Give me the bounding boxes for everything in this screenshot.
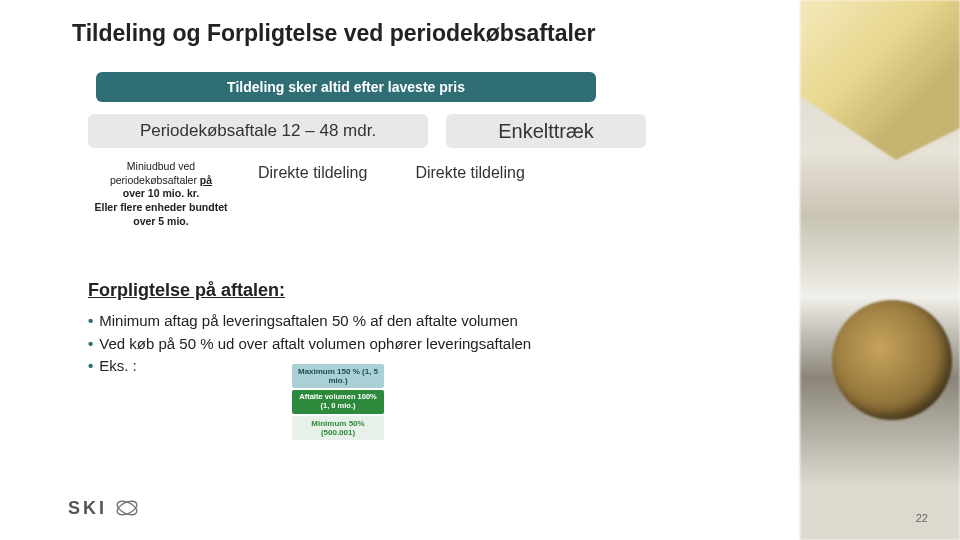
logo-icon [113,494,141,522]
direkte-tildeling-2: Direkte tildeling [415,160,524,182]
logo-text: SKI [68,498,107,519]
section-heading: Forpligtelse på aftalen: [88,280,285,301]
stack-max: Maximum 150 % (1, 5 mio.) [292,364,384,388]
detail-row: Miniudbud ved periodekøbsaftaler på over… [86,160,525,228]
list-item: •Ved køb på 50 % ud over aftalt volumen … [88,333,531,356]
page-title: Tildeling og Forpligtelse ved periodekøb… [72,20,596,47]
pill-single: Enkelttræk [446,114,646,148]
header-band: Tildeling sker altid efter laveste pris [96,72,596,102]
miniudbud-note: Miniudbud ved periodekøbsaftaler på over… [86,160,236,228]
ski-logo: SKI [68,494,141,522]
direkte-tildeling-1: Direkte tildeling [258,160,367,182]
stack-min: Minimum 50% (500.001) [292,416,384,440]
side-photo [800,0,960,540]
list-item: •Minimum aftag på leveringsaftalen 50 % … [88,310,531,333]
pill-period: Periodekøbsaftale 12 – 48 mdr. [88,114,428,148]
svg-point-1 [115,498,139,517]
pill-row: Periodekøbsaftale 12 – 48 mdr. Enkelttræ… [88,114,646,148]
page-number: 22 [916,512,928,524]
volume-stack: Maximum 150 % (1, 5 mio.) Aftalte volume… [292,364,384,442]
stack-agreed: Aftalte volumen 100% (1, 0 mio.) [292,390,384,413]
